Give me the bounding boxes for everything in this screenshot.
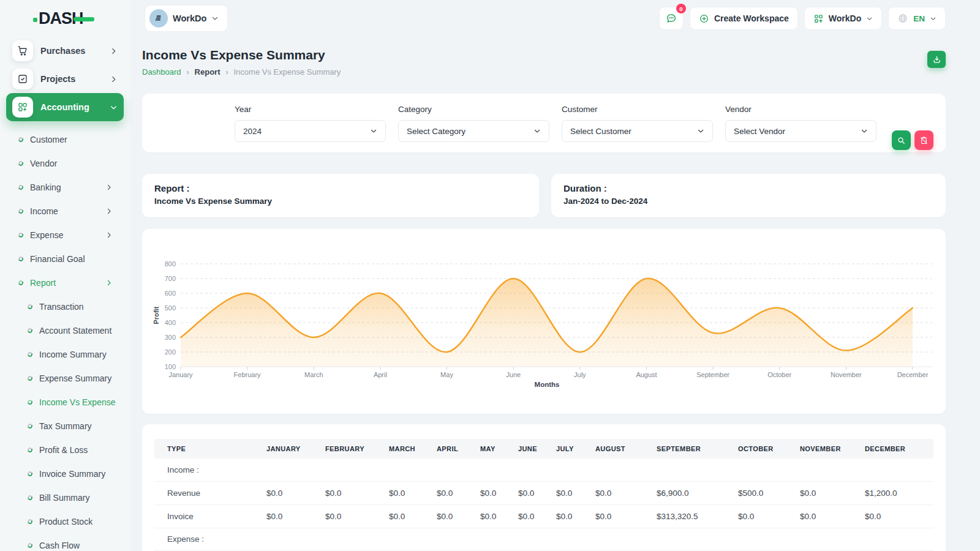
- sidebar-item-vendor[interactable]: Vendor: [6, 151, 124, 175]
- customer-select[interactable]: Select Customer: [562, 120, 713, 142]
- table-cell: $0.0: [518, 504, 556, 528]
- sidebar-item-bill-summary[interactable]: Bill Summary: [6, 485, 124, 509]
- sidebar-item-label: Product Stock: [39, 517, 92, 527]
- table-cell: $0.0: [437, 504, 480, 528]
- logo-dash-icon: [74, 17, 94, 21]
- workspace-avatar: [149, 9, 168, 28]
- report-card-value: Income Vs Expense Summary: [154, 197, 527, 206]
- chevron-down-icon: [211, 15, 219, 22]
- table-header-july: JULY: [556, 439, 595, 459]
- sidebar-item-label: Income Vs Expense: [39, 397, 116, 407]
- sidebar-item-income[interactable]: Income: [6, 199, 124, 223]
- sidebar-item-accounting[interactable]: Accounting: [6, 93, 124, 121]
- cart-icon: [12, 40, 33, 61]
- logo[interactable]: DASH: [6, 0, 124, 37]
- summary-table-card: TYPEJANUARYFEBRUARYMARCHAPRILMAYJUNEJULY…: [142, 424, 946, 551]
- workspace-switcher[interactable]: WorkDo: [145, 5, 228, 32]
- sidebar-item-income-summary[interactable]: Income Summary: [6, 342, 124, 366]
- svg-text:Profit: Profit: [153, 306, 160, 324]
- svg-text:800: 800: [165, 260, 176, 268]
- sidebar-item-tax-summary[interactable]: Tax Summary: [6, 414, 124, 438]
- filter-vendor: Vendor Select Vendor: [725, 105, 876, 152]
- filter-category: Category Select Category: [398, 105, 549, 152]
- table-section-expense: Expense :: [154, 528, 933, 550]
- svg-text:May: May: [440, 371, 453, 378]
- sidebar-item-account-statement[interactable]: Account Statement: [6, 318, 124, 342]
- sidebar-item-banking[interactable]: Banking: [6, 175, 124, 199]
- sidebar-item-label: Cash Flow: [39, 541, 80, 550]
- svg-text:January: January: [168, 371, 193, 378]
- search-icon: [897, 136, 906, 145]
- bullet-icon: [18, 184, 24, 190]
- sidebar-item-financial-goal[interactable]: Financial Goal: [6, 247, 124, 271]
- table-header-december: DECEMBER: [865, 439, 933, 459]
- sidebar-item-label: Banking: [30, 182, 61, 192]
- svg-text:March: March: [304, 371, 323, 378]
- svg-text:Months: Months: [535, 381, 560, 388]
- table-cell: $0.0: [800, 481, 865, 504]
- breadcrumb-report[interactable]: Report: [195, 67, 221, 77]
- sidebar-item-label: Transaction: [39, 302, 84, 312]
- bullet-icon: [27, 399, 33, 405]
- table-cell: $0.0: [480, 481, 518, 504]
- sidebar-item-profit-loss[interactable]: Profit & Loss: [6, 438, 124, 462]
- sidebar-item-cash-flow[interactable]: Cash Flow: [6, 533, 124, 551]
- chevron-down-icon: [110, 103, 118, 111]
- year-select-value: 2024: [243, 127, 262, 136]
- table-cell: $0.0: [325, 504, 389, 528]
- sidebar-item-projects[interactable]: Projects: [6, 65, 124, 93]
- sidebar-item-expense[interactable]: Expense: [6, 223, 124, 247]
- chat-icon: [665, 12, 677, 24]
- reset-filter-button[interactable]: [914, 130, 933, 150]
- table-cell: $0.0: [437, 481, 480, 504]
- svg-text:September: September: [696, 371, 729, 378]
- bullet-icon: [18, 136, 24, 142]
- table-cell: $0.0: [595, 504, 657, 528]
- svg-text:300: 300: [165, 334, 176, 341]
- sidebar-item-product-stock[interactable]: Product Stock: [6, 509, 124, 533]
- sidebar-item-purchases[interactable]: Purchases: [6, 37, 124, 65]
- table-header-september: SEPTEMBER: [657, 439, 738, 459]
- vendor-select[interactable]: Select Vendor: [725, 120, 876, 142]
- sidebar-item-customer[interactable]: Customer: [6, 127, 124, 151]
- bullet-icon: [18, 231, 24, 238]
- create-workspace-button[interactable]: Create Workspace: [690, 7, 798, 30]
- table-cell: $0.0: [266, 504, 325, 528]
- customer-label: Customer: [562, 105, 713, 114]
- notification-badge: 0: [676, 4, 686, 13]
- svg-text:November: November: [831, 371, 862, 378]
- download-icon: [932, 55, 941, 64]
- messages-button[interactable]: 0: [659, 7, 684, 30]
- breadcrumb-dashboard[interactable]: Dashboard: [142, 67, 181, 77]
- sidebar-item-label: Profit & Loss: [39, 445, 88, 455]
- svg-text:June: June: [506, 371, 521, 378]
- sidebar-item-label: Expense: [30, 230, 63, 240]
- bullet-icon: [27, 542, 33, 548]
- table-cell: $0.0: [738, 504, 800, 528]
- workdo-menu-button[interactable]: WorkDo: [804, 7, 882, 30]
- sidebar-item-expense-summary[interactable]: Expense Summary: [6, 366, 124, 390]
- table-header-may: MAY: [480, 439, 518, 459]
- category-select[interactable]: Select Category: [398, 120, 549, 142]
- duration-card-value: Jan-2024 to Dec-2024: [564, 197, 933, 206]
- sidebar-item-invoice-summary[interactable]: Invoice Summary: [6, 462, 124, 485]
- workspace-name: WorkDo: [173, 13, 206, 23]
- table-cell: $0.0: [865, 504, 933, 528]
- sidebar-item-report[interactable]: Report: [6, 271, 124, 294]
- table-cell: $313,320.5: [657, 504, 738, 528]
- search-button[interactable]: [892, 130, 911, 150]
- sidebar-item-transaction[interactable]: Transaction: [6, 294, 124, 318]
- filter-actions: [892, 105, 933, 152]
- sidebar-item-income-vs-expense[interactable]: Income Vs Expense: [6, 390, 124, 414]
- download-button[interactable]: [927, 51, 946, 68]
- sidebar-item-label: Tax Summary: [39, 421, 92, 431]
- language-selector[interactable]: EN: [888, 7, 946, 30]
- table-cell: $6,900.0: [657, 481, 738, 504]
- filter-customer: Customer Select Customer: [562, 105, 713, 152]
- year-select[interactable]: 2024: [235, 120, 386, 142]
- sidebar-item-label: Income: [30, 206, 58, 216]
- sidebar-item-label: Accounting: [40, 102, 89, 112]
- svg-text:400: 400: [165, 319, 176, 326]
- accounting-grid-icon: [12, 97, 33, 118]
- table-header-march: MARCH: [389, 439, 437, 459]
